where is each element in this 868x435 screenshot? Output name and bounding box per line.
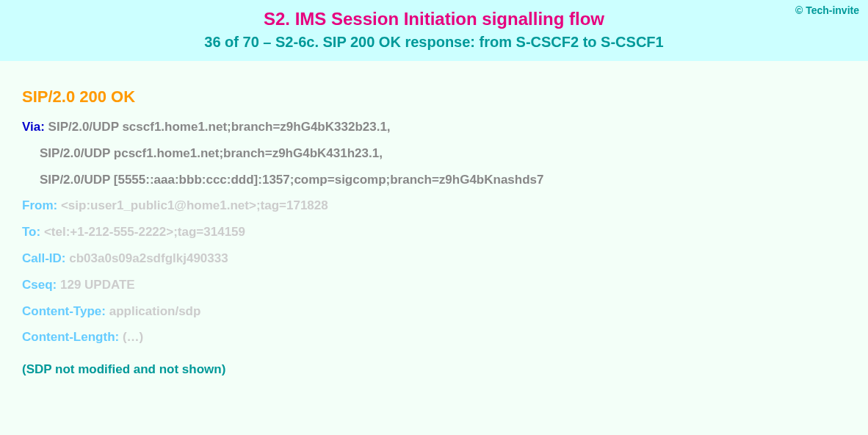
sip-header-via-cont: SIP/2.0/UDP [5555::aaa:bbb:ccc:ddd]:1357… [22, 171, 846, 189]
via-value-3: SIP/2.0/UDP [5555::aaa:bbb:ccc:ddd]:1357… [40, 173, 544, 187]
sip-header-to: To: <tel:+1-212-555-2222>;tag=314159 [22, 223, 846, 241]
sip-header-via: Via: SIP/2.0/UDP scscf1.home1.net;branch… [22, 118, 846, 136]
callid-value: cb03a0s09a2sdfglkj490333 [69, 251, 228, 265]
callid-label: Call-ID [22, 251, 62, 265]
sip-header-from: From: <sip:user1_public1@home1.net>;tag=… [22, 197, 846, 215]
sip-message-block: SIP/2.0 200 OK Via: SIP/2.0/UDP scscf1.h… [0, 61, 868, 392]
sip-header-callid: Call-ID: cb03a0s09a2sdfglkj490333 [22, 250, 846, 267]
ctype-label: Content-Type [22, 304, 101, 318]
to-value: <tel:+1-212-555-2222>;tag=314159 [44, 225, 245, 239]
page-title: S2. IMS Session Initiation signalling fl… [15, 9, 853, 29]
cseq-label: Cseq [22, 278, 53, 292]
sip-header-cseq: Cseq: 129 UPDATE [22, 276, 846, 294]
ctype-value: application/sdp [109, 304, 201, 318]
copyright-text: © Tech-invite [795, 4, 859, 16]
sip-header-via-cont: SIP/2.0/UDP pcscf1.home1.net;branch=z9hG… [22, 145, 846, 162]
page-subtitle: 36 of 70 – S2-6c. SIP 200 OK response: f… [15, 34, 853, 51]
to-label: To [22, 225, 37, 239]
clen-label: Content-Length [22, 330, 115, 344]
sip-header-content-type: Content-Type: application/sdp [22, 303, 846, 320]
from-value: <sip:user1_public1@home1.net>;tag=171828 [61, 198, 328, 212]
from-label: From [22, 198, 54, 212]
via-value-1: SIP/2.0/UDP scscf1.home1.net;branch=z9hG… [48, 120, 391, 134]
via-label: Via [22, 120, 40, 134]
sdp-note: (SDP not modified and not shown) [22, 362, 846, 377]
cseq-value: 129 UPDATE [60, 278, 135, 292]
via-value-2: SIP/2.0/UDP pcscf1.home1.net;branch=z9hG… [40, 146, 383, 160]
sip-status-line: SIP/2.0 200 OK [22, 87, 846, 107]
sip-header-content-length: Content-Length: (…) [22, 328, 846, 346]
header-band: © Tech-invite S2. IMS Session Initiation… [0, 0, 868, 61]
clen-value: (…) [123, 330, 143, 344]
